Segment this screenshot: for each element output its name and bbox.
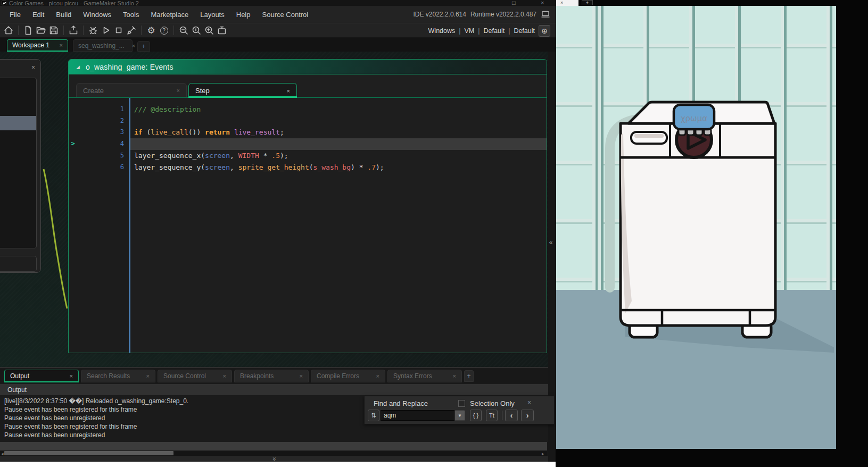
line-number: 4 bbox=[103, 138, 124, 150]
close-icon[interactable]: × bbox=[287, 88, 290, 94]
zoom-in-button[interactable] bbox=[203, 24, 216, 37]
zoom-reset-button[interactable] bbox=[190, 24, 203, 37]
tab-create-event[interactable]: Create × bbox=[76, 83, 187, 98]
collapse-triangle-icon[interactable]: ◢ bbox=[76, 64, 80, 70]
menu-edit[interactable]: Edit bbox=[27, 11, 50, 19]
menu-layouts[interactable]: Layouts bbox=[194, 11, 230, 19]
menu-tools[interactable]: Tools bbox=[117, 11, 145, 19]
game-options-button[interactable]: ⚙ bbox=[145, 24, 158, 37]
add-workspace-tab-button[interactable]: + bbox=[137, 41, 150, 52]
dock-tab-syntax-errors[interactable]: Syntax Errors× bbox=[387, 370, 462, 382]
close-icon[interactable]: × bbox=[31, 64, 35, 71]
regex-button[interactable]: { } bbox=[470, 410, 482, 421]
code-token: ( bbox=[201, 152, 205, 160]
dock-tab-search-results[interactable]: Search Results× bbox=[81, 370, 155, 382]
close-icon[interactable]: × bbox=[453, 373, 456, 379]
close-icon[interactable]: × bbox=[177, 87, 180, 94]
gutter-rule bbox=[129, 98, 130, 353]
runtime-version-label: Runtime v2022.2.0.487 bbox=[470, 11, 536, 18]
close-icon[interactable]: × bbox=[146, 373, 150, 379]
tab-label: Breakpoints bbox=[240, 372, 274, 380]
help-button[interactable]: ? bbox=[158, 24, 170, 37]
menu-build[interactable]: Build bbox=[50, 11, 77, 19]
home-button[interactable] bbox=[2, 24, 15, 37]
find-next-button[interactable]: › bbox=[521, 410, 534, 421]
workspace-tab-workspace-1[interactable]: Workspace 1× bbox=[7, 39, 68, 52]
code-text[interactable]: /// @descriptionif (live_call()) return … bbox=[134, 98, 547, 353]
texture-manager-button[interactable] bbox=[216, 24, 228, 37]
selection-only-checkbox[interactable] bbox=[458, 400, 465, 407]
stop-button[interactable] bbox=[112, 24, 125, 37]
collapse-left-icon[interactable]: « bbox=[549, 238, 553, 246]
target-segment[interactable]: VM bbox=[465, 27, 475, 35]
scrollbar-thumb[interactable] bbox=[4, 451, 173, 455]
code-line[interactable]: if (live_call()) return live_result; bbox=[134, 127, 547, 138]
run-button[interactable] bbox=[100, 24, 112, 37]
texture-page-icon bbox=[217, 25, 227, 36]
code-token: screen bbox=[205, 163, 230, 171]
zoom-out-button[interactable] bbox=[177, 24, 190, 37]
output-input-bar[interactable] bbox=[0, 442, 547, 451]
target-segment[interactable]: Default bbox=[514, 27, 535, 35]
close-icon[interactable]: × bbox=[560, 0, 563, 5]
workspace-tab-seq-washing-[interactable]: seq_washing_...× bbox=[73, 39, 133, 52]
build-target-info[interactable]: Windows|VM|Default|Default⊕ bbox=[428, 23, 550, 38]
close-icon[interactable]: × bbox=[541, 0, 544, 6]
create-executable-button[interactable] bbox=[67, 24, 80, 37]
clean-button[interactable] bbox=[125, 24, 138, 37]
close-icon[interactable]: × bbox=[300, 373, 303, 379]
code-line[interactable]: layer_sequence_y(screen, sprite_get_heig… bbox=[134, 162, 547, 173]
menu-windows[interactable]: Windows bbox=[77, 11, 117, 19]
menu-source-control[interactable]: Source Control bbox=[257, 11, 315, 19]
add-dock-tab-button[interactable]: + bbox=[464, 370, 474, 382]
target-segment[interactable]: Default bbox=[484, 27, 505, 35]
match-case-button[interactable]: Tt bbox=[486, 410, 498, 421]
open-project-button[interactable] bbox=[35, 24, 47, 37]
tab-step-event[interactable]: Step × bbox=[188, 83, 297, 98]
dock-tab-source-control[interactable]: Source Control× bbox=[158, 370, 232, 382]
search-input[interactable] bbox=[381, 410, 454, 421]
close-icon[interactable]: × bbox=[376, 373, 379, 379]
close-icon[interactable]: × bbox=[223, 373, 226, 379]
maximize-icon[interactable]: □ bbox=[512, 0, 516, 6]
close-icon[interactable]: × bbox=[132, 43, 135, 49]
dock-tab-breakpoints[interactable]: Breakpoints× bbox=[234, 370, 309, 382]
code-line[interactable]: /// @description bbox=[134, 104, 547, 115]
code-line[interactable]: layer_sequence_x(screen, WIDTH * .5); bbox=[134, 150, 547, 162]
home-icon bbox=[3, 25, 14, 36]
code-token: layer_sequence_x bbox=[134, 152, 201, 160]
zoom-in-icon bbox=[204, 25, 214, 36]
close-icon[interactable]: × bbox=[60, 42, 63, 48]
search-dropdown-button[interactable]: ▼ bbox=[454, 410, 465, 421]
washing-machine[interactable]: χρωμα bbox=[556, 6, 836, 449]
swap-find-replace-button[interactable]: ⇅ bbox=[368, 410, 379, 421]
target-segment[interactable]: Windows bbox=[428, 27, 456, 35]
save-project-button[interactable] bbox=[47, 24, 60, 37]
debug-button[interactable] bbox=[87, 24, 100, 37]
menu-help[interactable]: Help bbox=[230, 11, 257, 19]
dock-collapse-row[interactable]: « bbox=[0, 456, 548, 462]
collapse-down-icon[interactable]: « bbox=[271, 457, 277, 461]
drawer-shade bbox=[634, 134, 664, 138]
target-device-icon[interactable]: ⊕ bbox=[539, 25, 550, 37]
close-icon[interactable]: × bbox=[70, 373, 73, 379]
dock-tab-output[interactable]: Output× bbox=[4, 370, 79, 382]
selected-list-item[interactable] bbox=[0, 116, 37, 130]
add-icon[interactable]: + bbox=[582, 0, 593, 5]
new-project-button[interactable] bbox=[22, 24, 35, 37]
toolbar-separator bbox=[63, 26, 64, 35]
game-scene[interactable]: χρωμα bbox=[556, 6, 836, 449]
docked-side-panel[interactable]: × bbox=[0, 59, 41, 273]
menu-marketplace[interactable]: Marketplace bbox=[145, 11, 194, 19]
menu-file[interactable]: File bbox=[4, 11, 27, 19]
dock-tab-compile-errors[interactable]: Compile Errors× bbox=[311, 370, 385, 382]
line-number: 3 bbox=[103, 127, 124, 138]
find-previous-button[interactable]: ‹ bbox=[505, 410, 518, 421]
selection-only-label: Selection Only bbox=[470, 399, 515, 407]
panel-list[interactable] bbox=[0, 78, 37, 248]
event-window-header[interactable]: ◢ o_washing_game: Events bbox=[69, 60, 547, 74]
code-editor[interactable]: > 123456 /// @descriptionif (live_call()… bbox=[69, 98, 547, 353]
code-token: , bbox=[230, 163, 238, 171]
close-icon[interactable]: × bbox=[527, 399, 531, 406]
horizontal-scrollbar[interactable] bbox=[0, 451, 547, 456]
